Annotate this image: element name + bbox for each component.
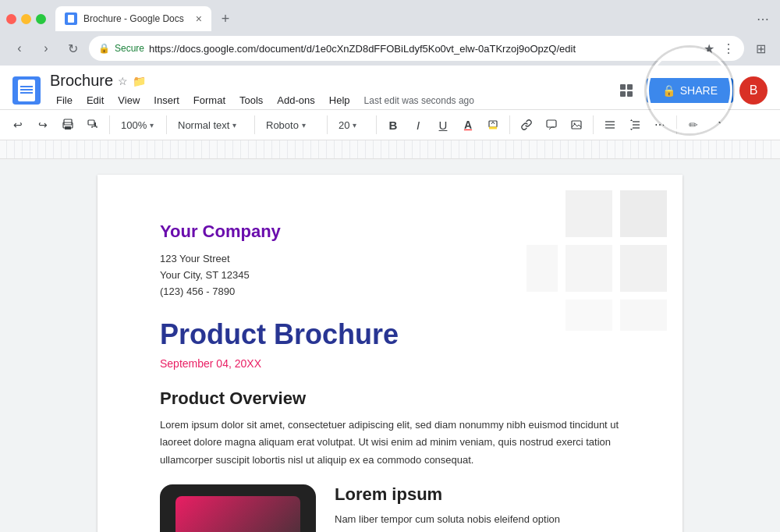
toolbar-separator-2 [166, 115, 167, 134]
maximize-window-btn[interactable] [36, 14, 46, 24]
bold-button[interactable]: B [381, 113, 405, 137]
link-icon [520, 119, 533, 131]
deco-sq-2 [566, 190, 612, 237]
tab-close-btn[interactable]: × [196, 13, 202, 24]
toolbar-separator-6 [509, 115, 510, 134]
docs-icon-inner [18, 80, 35, 101]
star-icon[interactable]: ☆ [118, 75, 128, 87]
menu-format[interactable]: Format [187, 91, 232, 109]
print-button[interactable] [56, 113, 80, 137]
font-size-value: 20 [339, 119, 349, 131]
share-label: SHARE [680, 84, 718, 97]
ruler-inner [6, 140, 774, 158]
overview-heading: Product Overview [160, 388, 620, 409]
collapse-toolbar-button[interactable]: ⌃ [707, 113, 730, 137]
forward-button[interactable]: › [36, 38, 56, 59]
phone-mockup [160, 484, 316, 532]
redo-button[interactable]: ↪ [31, 113, 55, 137]
svg-rect-1 [627, 84, 633, 90]
deco-sq-1 [620, 190, 667, 237]
print-icon [62, 119, 74, 131]
menu-tools[interactable]: Tools [233, 91, 269, 109]
font-size-select[interactable]: 20 ▾ [332, 116, 371, 134]
svg-rect-2 [620, 91, 626, 97]
svg-rect-6 [65, 126, 71, 129]
tab-favicon [65, 12, 77, 25]
menu-insert[interactable]: Insert [147, 91, 186, 109]
deco-sq-7 [566, 300, 612, 331]
user-avatar[interactable]: B [739, 76, 768, 105]
last-edit-text: Last edit was seconds ago [364, 95, 474, 106]
docs-title-row: Brochure ☆ 📁 [50, 72, 603, 90]
bottom-section: Lorem ipsum Nam liber tempor cum soluta … [160, 484, 620, 532]
url-text[interactable]: https://docs.google.com/document/d/1e0cX… [149, 43, 696, 55]
toolbar-separator-7 [593, 115, 594, 134]
underline-button[interactable]: U [431, 113, 455, 137]
menu-help[interactable]: Help [323, 91, 356, 109]
align-button[interactable] [598, 113, 622, 137]
menu-addons[interactable]: Add-ons [271, 91, 321, 109]
svg-rect-11 [572, 121, 581, 129]
paint-format-icon [87, 119, 99, 131]
browser-chrome: Brochure - Google Docs × + ⋯ ‹ › ↻ 🔒 Sec… [0, 0, 780, 66]
menu-view[interactable]: View [112, 91, 146, 109]
undo-button[interactable]: ↩ [6, 113, 30, 137]
menu-edit[interactable]: Edit [80, 91, 110, 109]
line-spacing-button[interactable] [623, 113, 647, 137]
link-button[interactable] [515, 113, 538, 137]
share-button[interactable]: 🔒 SHARE [647, 78, 733, 103]
docs-header: Brochure ☆ 📁 File Edit View Insert Forma… [0, 66, 780, 109]
new-tab-button[interactable]: + [214, 8, 236, 30]
edit-pen-button[interactable]: ✏ [682, 113, 705, 137]
folder-icon[interactable]: 📁 [133, 75, 146, 87]
bookmark-icon[interactable]: ★ [704, 41, 714, 56]
svg-rect-0 [620, 84, 626, 90]
toolbar-separator-4 [327, 115, 328, 134]
extensions-button[interactable]: ⊞ [750, 38, 771, 59]
highlight-button[interactable] [481, 113, 505, 137]
style-chevron: ▾ [232, 121, 236, 129]
minimize-window-btn[interactable] [21, 14, 31, 24]
format-toolbar: ↩ ↪ 100% ▾ Normal text ▾ [0, 109, 780, 140]
text-color-button[interactable]: A [456, 113, 480, 137]
deco-sq-6 [620, 300, 667, 331]
zoom-value: 100% [121, 119, 147, 131]
lorem-ipsum-text: Nam liber tempor cum soluta nobis eleife… [335, 511, 620, 528]
browser-tab-active[interactable]: Brochure - Google Docs × [55, 6, 211, 31]
phone-screen [176, 496, 300, 532]
toolbar-separator-8 [676, 115, 677, 134]
grid-view-button[interactable] [612, 76, 640, 105]
insert-image-icon [570, 119, 583, 131]
close-window-btn[interactable] [6, 14, 16, 24]
menu-file[interactable]: File [50, 91, 79, 109]
style-select[interactable]: Normal text ▾ [172, 116, 250, 134]
docs-app: Brochure ☆ 📁 File Edit View Insert Forma… [0, 66, 780, 532]
document-title[interactable]: Brochure [50, 72, 113, 90]
toolbar-separator-3 [254, 115, 255, 134]
comment-icon [545, 119, 558, 131]
paint-format-button[interactable] [81, 113, 105, 137]
decorative-squares [526, 175, 682, 331]
text-color-icon: A [464, 119, 472, 131]
docs-app-icon [12, 76, 41, 105]
insert-image-button[interactable] [565, 113, 588, 137]
address-bar-more-icon[interactable]: ⋮ [722, 41, 735, 56]
svg-rect-3 [627, 91, 633, 97]
line-spacing-icon [629, 119, 641, 131]
browser-menu-button[interactable]: ⋯ [752, 8, 774, 30]
tab-bar: Brochure - Google Docs × + ⋯ [0, 0, 780, 31]
back-button[interactable]: ‹ [9, 38, 30, 59]
zoom-select[interactable]: 100% ▾ [115, 116, 161, 134]
more-options-button[interactable]: ⋯ [648, 113, 672, 137]
font-select[interactable]: Roboto ▾ [260, 116, 322, 134]
address-bar[interactable]: 🔒 Secure https://docs.google.com/documen… [89, 36, 744, 61]
zoom-chevron: ▾ [150, 121, 154, 129]
address-bar-row: ‹ › ↻ 🔒 Secure https://docs.google.com/d… [0, 31, 780, 66]
italic-button[interactable]: I [406, 113, 430, 137]
svg-rect-10 [547, 120, 556, 127]
tab-title: Brochure - Google Docs [83, 13, 190, 24]
share-lock-icon: 🔒 [662, 84, 675, 97]
comment-button[interactable] [540, 113, 563, 137]
refresh-button[interactable]: ↻ [62, 38, 83, 59]
deco-sq-4 [566, 245, 612, 292]
